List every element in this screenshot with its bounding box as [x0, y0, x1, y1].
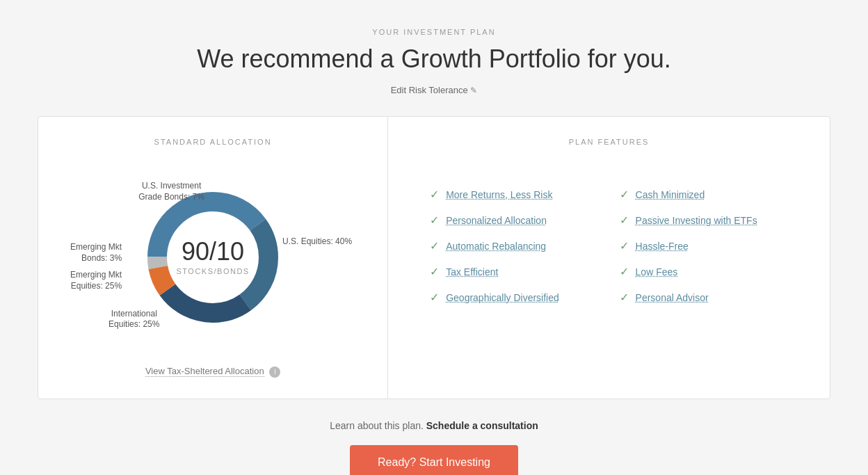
learn-text: Learn about this plan. Schedule a consul… — [305, 420, 563, 431]
feature-hassle-free[interactable]: Hassle-Free — [636, 241, 689, 252]
feature-item-1: ✓ More Returns, Less Risk — [430, 188, 598, 201]
feature-item-7: ✓ Passive Investing with ETFs — [620, 214, 788, 227]
label-us-equities: U.S. Equities: 40% — [282, 236, 352, 248]
label-us-bonds: U.S. InvestmentGrade Bonds: 7% — [138, 181, 204, 202]
feature-cash-minimized[interactable]: Cash Minimized — [636, 189, 705, 200]
check-icon-10: ✓ — [620, 291, 629, 304]
check-icon-9: ✓ — [620, 265, 629, 278]
features-card-title: PLAN FEATURES — [409, 138, 809, 146]
feature-item-5: ✓ Geographically Diversified — [430, 291, 598, 304]
page-container: YOUR INVESTMENT PLAN We recommend a Grow… — [0, 0, 868, 475]
features-card: PLAN FEATURES ✓ More Returns, Less Risk … — [387, 116, 830, 399]
pencil-icon: ✎ — [470, 86, 477, 95]
section-label: YOUR INVESTMENT PLAN — [372, 28, 495, 36]
features-card-inner: ✓ More Returns, Less Risk ✓ Cash Minimiz… — [409, 160, 809, 318]
feature-item-6: ✓ Cash Minimized — [620, 188, 788, 201]
check-icon-5: ✓ — [430, 291, 439, 304]
chart-area: 90/10 STOCKS/BONDS U.S. Equities: 40% U.… — [67, 160, 359, 355]
consultation-link[interactable]: Schedule a consultation — [426, 420, 538, 431]
feature-item-2: ✓ Personalized Allocation — [430, 214, 598, 227]
feature-passive-investing[interactable]: Passive Investing with ETFs — [636, 215, 757, 226]
allocation-card-title: STANDARD ALLOCATION — [59, 138, 367, 146]
main-title: We recommend a Growth Portfolio for you. — [197, 45, 671, 74]
edit-risk-link[interactable]: Edit Risk Tolerance ✎ — [391, 85, 478, 95]
cards-container: STANDARD ALLOCATION — [38, 116, 830, 399]
features-grid: ✓ More Returns, Less Risk ✓ Cash Minimiz… — [409, 174, 809, 318]
feature-item-9: ✓ Low Fees — [620, 265, 788, 278]
feature-rebalancing[interactable]: Automatic Rebalancing — [446, 241, 546, 252]
check-icon-6: ✓ — [620, 188, 629, 201]
feature-geo-diversified[interactable]: Geographically Diversified — [446, 292, 559, 303]
check-icon-3: ✓ — [430, 239, 439, 252]
feature-item-4: ✓ Tax Efficient — [430, 265, 598, 278]
check-icon-4: ✓ — [430, 265, 439, 278]
label-intl-equities: InternationalEquities: 25% — [108, 309, 159, 330]
check-icon-1: ✓ — [430, 188, 439, 201]
feature-personal-advisor[interactable]: Personal Advisor — [636, 292, 709, 303]
edit-risk-label: Edit Risk Tolerance — [391, 85, 468, 95]
feature-item-10: ✓ Personal Advisor — [620, 291, 788, 304]
feature-item-8: ✓ Hassle-Free — [620, 239, 788, 252]
check-icon-7: ✓ — [620, 214, 629, 227]
check-icon-2: ✓ — [430, 214, 439, 227]
learn-static-text: Learn about this plan. — [330, 420, 424, 431]
feature-tax-efficient[interactable]: Tax Efficient — [446, 266, 498, 277]
allocation-card: STANDARD ALLOCATION — [38, 116, 388, 399]
feature-personalized[interactable]: Personalized Allocation — [446, 215, 547, 226]
label-em-bonds: Emerging MktBonds: 3% — [70, 242, 122, 264]
label-em-equities: Emerging MktEquities: 25% — [70, 270, 122, 291]
feature-low-fees[interactable]: Low Fees — [636, 266, 678, 277]
donut-chart — [143, 188, 282, 327]
tax-sheltered-link[interactable]: View Tax-Sheltered Allocation i — [145, 366, 280, 378]
tax-sheltered-anchor[interactable]: View Tax-Sheltered Allocation — [145, 366, 264, 377]
bottom-section: Learn about this plan. Schedule a consul… — [305, 420, 563, 475]
feature-more-returns[interactable]: More Returns, Less Risk — [446, 189, 552, 200]
feature-item-3: ✓ Automatic Rebalancing — [430, 239, 598, 252]
info-icon: i — [269, 367, 280, 378]
start-investing-button[interactable]: Ready? Start Investing — [350, 445, 518, 475]
check-icon-8: ✓ — [620, 239, 629, 252]
